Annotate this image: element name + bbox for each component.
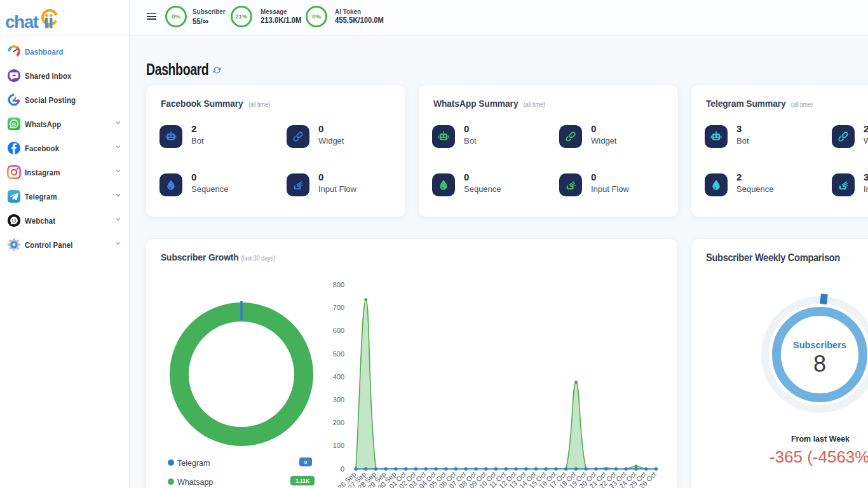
svg-text:-365 (-4563%): -365 (-4563%): [770, 447, 868, 466]
svg-text:Subscribers: Subscribers: [793, 340, 846, 350]
svg-text:400: 400: [333, 373, 344, 381]
svg-text:8: 8: [813, 351, 826, 377]
svg-text:300: 300: [333, 396, 344, 403]
svg-text:200: 200: [333, 419, 344, 426]
svg-text:From last Week: From last Week: [791, 435, 850, 444]
svg-text:B: B: [12, 121, 16, 128]
svg-text:600: 600: [333, 327, 344, 334]
svg-text:chat: chat: [5, 12, 39, 32]
svg-text:0: 0: [304, 459, 308, 465]
svg-text:800: 800: [333, 281, 344, 288]
svg-text:500: 500: [333, 350, 344, 358]
svg-text:700: 700: [333, 304, 344, 311]
svg-text:0: 0: [341, 465, 344, 473]
svg-text:Whatsapp: Whatsapp: [177, 478, 213, 487]
svg-text:100: 100: [333, 442, 344, 449]
svg-text:1.11K: 1.11K: [295, 478, 310, 484]
svg-text:Telegram: Telegram: [177, 459, 210, 468]
